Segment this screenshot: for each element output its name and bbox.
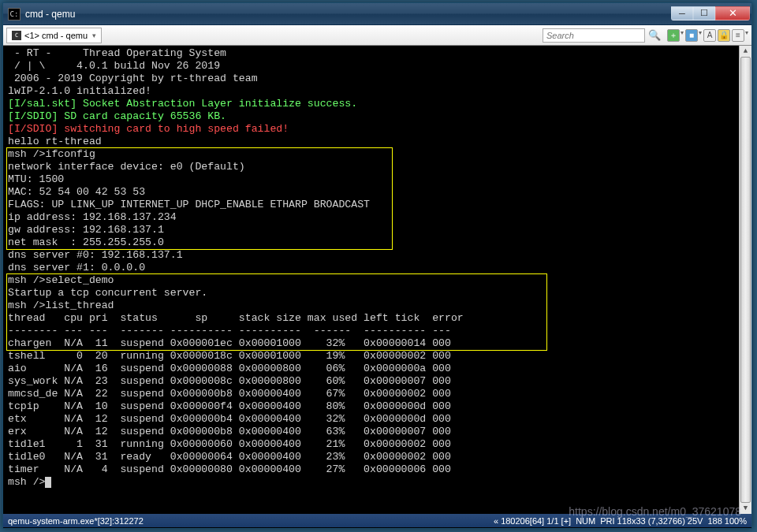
- thread-row: mmcsd_de N/A 22 suspend 0x000000b8 0x000…: [8, 388, 451, 400]
- terminal-output[interactable]: - RT - Thread Operating System / | \ 4.0…: [3, 46, 751, 514]
- dropdown-icon[interactable]: ▾: [681, 29, 684, 42]
- cursor: [45, 477, 51, 488]
- app-icon: C:: [8, 8, 21, 20]
- thread-row: aio N/A 16 suspend 0x00000088 0x00000800…: [8, 363, 451, 374]
- new-tab-button[interactable]: ＋: [667, 29, 680, 42]
- app-window: C: cmd - qemu ─ ☐ ✕ C <1> cmd - qemu ▾ 🔍…: [2, 2, 752, 529]
- scrollbar[interactable]: ▲ ▼: [739, 46, 751, 514]
- status-size: PRI 118x33 (7,32766) 25V: [600, 516, 703, 526]
- note-button[interactable]: A: [703, 29, 716, 42]
- status-process: qemu-system-arm.exe*[32]:312272: [8, 516, 494, 526]
- tab-cmd-qemu[interactable]: C <1> cmd - qemu ▾: [6, 28, 102, 43]
- thread-row: chargen N/A 11 suspend 0x000001ec 0x0000…: [8, 337, 451, 349]
- tab-label: <1> cmd - qemu: [24, 31, 88, 40]
- window-button[interactable]: ■: [685, 29, 698, 42]
- window-controls: ─ ☐ ✕: [671, 6, 750, 22]
- thread-row: tshell 0 20 running 0x0000018c 0x0000100…: [8, 350, 451, 362]
- scroll-up-icon[interactable]: ▲: [740, 46, 751, 57]
- thread-row: tidle0 N/A 31 ready 0x00000064 0x0000040…: [8, 451, 451, 463]
- search-input[interactable]: [543, 28, 645, 43]
- close-button[interactable]: ✕: [715, 6, 750, 20]
- status-numlock: NUM: [576, 516, 595, 526]
- maximize-button[interactable]: ☐: [693, 6, 715, 20]
- terminal-icon: C: [12, 31, 21, 40]
- window-title: cmd - qemu: [25, 9, 671, 20]
- dropdown-icon[interactable]: ▾: [699, 29, 702, 42]
- scroll-down-icon[interactable]: ▼: [740, 503, 751, 514]
- menu-button[interactable]: ≡: [732, 29, 744, 42]
- minimize-button[interactable]: ─: [671, 6, 693, 20]
- thread-row: tidle1 1 31 running 0x00000060 0x0000040…: [8, 438, 451, 450]
- thread-row: timer N/A 4 suspend 0x00000080 0x0000040…: [8, 463, 451, 475]
- chevron-down-icon: ▾: [92, 32, 96, 39]
- status-bar: qemu-system-arm.exe*[32]:312272 « 180206…: [3, 514, 751, 527]
- dropdown-icon[interactable]: ▾: [745, 29, 748, 42]
- thread-row: etx N/A 12 suspend 0x000000b4 0x00000400…: [8, 413, 451, 425]
- lock-button[interactable]: 🔒: [718, 29, 730, 42]
- status-position: « 180206[64] 1/1 [+]: [494, 516, 571, 526]
- thread-row: sys_work N/A 23 suspend 0x0000008c 0x000…: [8, 375, 451, 387]
- scroll-thumb[interactable]: [740, 57, 751, 503]
- toolbar: C <1> cmd - qemu ▾ 🔍 ＋▾ ■▾ A 🔒 ≡▾: [3, 25, 751, 46]
- thread-row: tcpip N/A 10 suspend 0x000000f4 0x000004…: [8, 400, 451, 412]
- thread-row: erx N/A 12 suspend 0x000000b8 0x00000400…: [8, 426, 451, 437]
- status-zoom: 188 100%: [707, 516, 747, 526]
- title-bar: C: cmd - qemu ─ ☐ ✕: [3, 3, 751, 25]
- search-icon[interactable]: 🔍: [648, 29, 661, 41]
